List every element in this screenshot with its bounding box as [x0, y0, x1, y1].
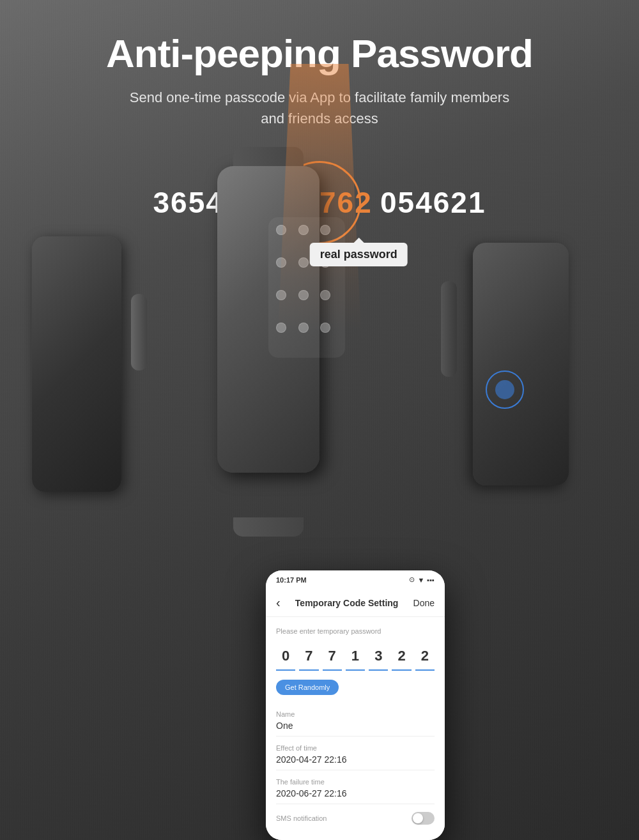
phone-body: Please enter temporary password 0 7 7 1 …: [266, 617, 445, 840]
failure-time-label: The failure time: [276, 778, 435, 786]
code-digit-2[interactable]: 7: [323, 643, 342, 671]
code-digit-1[interactable]: 7: [299, 643, 318, 671]
keypad-dot-11: [298, 323, 309, 333]
lock-right-handle: [441, 281, 457, 377]
lock-device-left: [13, 204, 141, 524]
keypad-dot-10: [276, 323, 286, 333]
page-title: Anti-peeping Password: [0, 32, 639, 75]
sms-label: SMS notification: [276, 814, 327, 822]
code-digit-3[interactable]: 1: [346, 643, 365, 671]
keypad-dot-3: [320, 225, 330, 235]
toggle-knob: [413, 813, 423, 823]
keypad-dot-7: [276, 290, 286, 300]
get-randomly-button[interactable]: Get Randomly: [276, 680, 339, 695]
name-field: Name One: [276, 705, 435, 737]
lock-center-body: [217, 166, 320, 473]
lock-right-body: [473, 243, 569, 485]
lock-center-handle-top: [233, 147, 304, 166]
lock-center-keypad: [268, 217, 345, 358]
input-label: Please enter temporary password: [276, 627, 435, 635]
phone-nav-bar: ‹ Temporary Code Setting Done: [266, 589, 445, 617]
lock-device-center: [179, 166, 371, 524]
sms-toggle[interactable]: [412, 812, 435, 825]
code-digit-5[interactable]: 2: [392, 643, 411, 671]
effect-time-label: Effect of time: [276, 744, 435, 752]
wifi-icon: ⊙: [409, 576, 415, 584]
lock-center-handle-bottom: [233, 517, 304, 537]
status-time: 10:17 PM: [276, 576, 307, 584]
battery-icon: ▪▪▪: [427, 576, 435, 584]
keypad-dot-9: [320, 290, 330, 300]
page-content: Anti-peeping Password Send one-time pass…: [0, 0, 639, 840]
effect-time-field: Effect of time 2020-04-27 22:16: [276, 739, 435, 770]
nav-title: Temporary Code Setting: [295, 598, 399, 608]
lock-right-fingerprint-ring: [486, 370, 524, 409]
back-button[interactable]: ‹: [276, 595, 281, 610]
devices-area: [0, 153, 639, 588]
phone-status-bar: 10:17 PM ⊙ ▼ ▪▪▪: [266, 570, 445, 589]
lock-device-right: [447, 217, 588, 524]
page-subtitle: Send one-time passcode via App to facili…: [0, 87, 639, 129]
code-digit-boxes: 0 7 7 1 3 2 2: [276, 643, 435, 671]
failure-time-value[interactable]: 2020-06-27 22:16: [276, 788, 435, 798]
effect-time-value[interactable]: 2020-04-27 22:16: [276, 754, 435, 765]
keypad-dot-2: [298, 225, 309, 235]
lock-right-fingerprint-center: [495, 380, 514, 399]
lock-left-body: [32, 236, 121, 492]
done-button[interactable]: Done: [413, 598, 435, 608]
real-password-badge: real password: [310, 243, 408, 266]
lock-left-handle: [131, 294, 147, 370]
code-digit-0[interactable]: 0: [276, 643, 295, 671]
keypad-dot-8: [298, 290, 309, 300]
keypad-dot-12: [320, 323, 330, 333]
failure-time-field: The failure time 2020-06-27 22:16: [276, 773, 435, 804]
code-digit-4[interactable]: 3: [369, 643, 388, 671]
phone-mockup: 10:17 PM ⊙ ▼ ▪▪▪ ‹ Temporary Code Settin…: [266, 570, 445, 840]
keypad-dot-1: [276, 225, 286, 235]
status-icons: ⊙ ▼ ▪▪▪: [409, 576, 435, 584]
header-section: Anti-peeping Password Send one-time pass…: [0, 0, 639, 129]
code-digit-6[interactable]: 2: [415, 643, 435, 671]
keypad-dot-4: [276, 257, 286, 268]
sms-notification-row: SMS notification: [276, 807, 435, 830]
keypad-dot-5: [298, 257, 309, 268]
name-label: Name: [276, 710, 435, 718]
signal-icon: ▼: [417, 576, 424, 584]
name-value[interactable]: One: [276, 721, 435, 731]
